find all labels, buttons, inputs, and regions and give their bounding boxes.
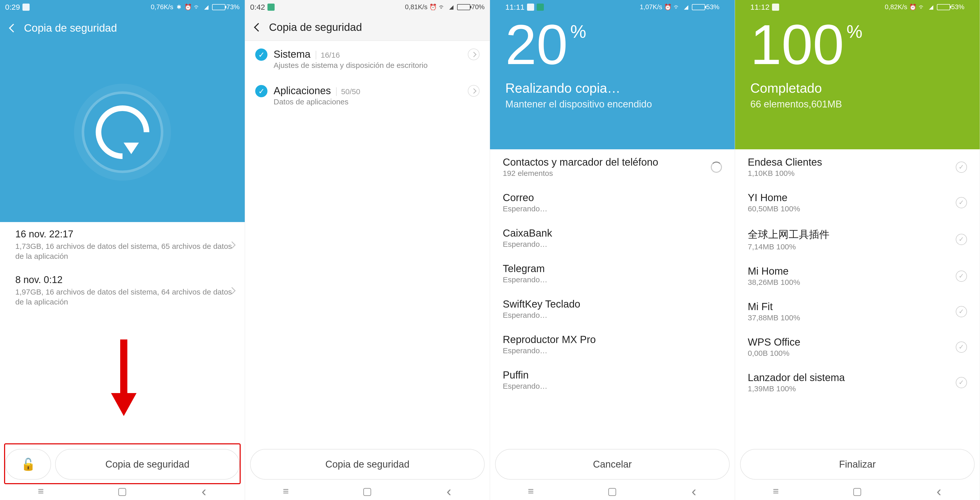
category-subtitle: Ajustes de sistema y disposición de escr… (274, 61, 462, 70)
list-item: Mi Home 38,26MB 100% (735, 258, 980, 294)
network-speed: 0,76K/s (151, 3, 173, 11)
category-row-system[interactable]: Sistema 16/16 Ajustes de sistema y dispo… (245, 41, 490, 77)
backup-date: 16 nov. 22:17 (15, 229, 234, 240)
recents-icon[interactable] (280, 486, 292, 496)
wifi-icon (918, 3, 926, 11)
home-icon[interactable] (606, 486, 619, 496)
backup-now-button[interactable]: Copia de seguridad (250, 449, 485, 479)
home-icon[interactable] (116, 486, 129, 496)
list-item: Lanzador del sistema 1,39MB 100% (735, 365, 980, 400)
wifi-icon (673, 3, 681, 11)
status-bar: 11:12 0,82K/s 53% (750, 0, 964, 14)
item-title: Reproductor MX Pro (503, 334, 722, 346)
backup-entry[interactable]: 8 nov. 0:12 1,97GB, 16 archivos de datos… (0, 268, 245, 314)
percent-sign: % (570, 23, 586, 41)
battery-indicator: 70% (457, 3, 485, 11)
refresh-circle-icon (82, 91, 163, 173)
backup-entry[interactable]: 16 nov. 22:17 1,73GB, 16 archivos de dat… (0, 222, 245, 268)
header-bar: Copia de seguridad (245, 14, 490, 41)
backup-summary: 1,97GB, 16 archivos de datos del sistema… (15, 287, 234, 307)
backup-now-button[interactable]: Copia de seguridad (55, 449, 240, 479)
chevron-right-icon[interactable] (468, 85, 479, 97)
back-icon[interactable] (253, 22, 263, 32)
percent-value: 20 (505, 17, 568, 73)
item-sub: Esperando… (503, 311, 722, 320)
list-item: 全球上网工具插件 7,14MB 100% (735, 220, 980, 258)
progress-percent: 20 % (505, 17, 719, 73)
hero-complete-panel: 11:12 0,82K/s 53% 100 % Completado 66 el… (735, 0, 980, 149)
category-subtitle: Datos de aplicaciones (274, 97, 462, 106)
home-icon[interactable] (361, 486, 374, 496)
bluetooth-icon (175, 3, 183, 11)
signal-icon (682, 3, 690, 11)
check-icon (956, 234, 967, 245)
category-list: Sistema 16/16 Ajustes de sistema y dispo… (245, 41, 490, 114)
alarm-icon (185, 3, 192, 11)
network-speed: 0,82K/s (885, 3, 907, 11)
recents-icon[interactable] (770, 486, 782, 496)
home-icon[interactable] (851, 486, 864, 496)
cancel-label: Cancelar (593, 459, 632, 470)
battery-indicator: 53% (937, 3, 964, 11)
status-time: 0:42 (250, 3, 265, 11)
alarm-icon (909, 3, 916, 11)
battery-indicator: 53% (692, 3, 719, 11)
recents-icon[interactable] (35, 486, 47, 496)
backup-now-label: Copia de seguridad (105, 459, 189, 470)
finish-button[interactable]: Finalizar (740, 449, 975, 479)
screen-3-backup-progress: 11:11 1,07K/s 53% 20 % Realizando copia…… (490, 0, 735, 500)
system-nav-bar (735, 482, 980, 500)
header-title: Copia de seguridad (269, 21, 362, 33)
item-sub: 38,26MB 100% (748, 278, 951, 287)
back-nav-icon[interactable] (197, 486, 210, 496)
category-title: Sistema (274, 48, 310, 60)
wifi-icon (194, 3, 201, 11)
percent-sign: % (846, 23, 862, 41)
back-nav-icon[interactable] (442, 486, 455, 496)
back-nav-icon[interactable] (932, 486, 945, 496)
header-title: Copia de seguridad (24, 22, 117, 34)
item-sub: 7,14MB 100% (748, 242, 951, 251)
network-speed: 0,81K/s (405, 3, 428, 11)
list-item: Endesa Clientes 1,10KB 100% (735, 149, 980, 185)
signal-icon (203, 3, 210, 11)
lock-button[interactable] (5, 449, 51, 479)
item-title: Endesa Clientes (748, 156, 951, 168)
circular-arrow-icon (84, 94, 160, 170)
item-sub: 60,50MB 100% (748, 204, 951, 213)
signal-icon (928, 3, 935, 11)
recents-icon[interactable] (525, 486, 537, 496)
hero-panel: 0:29 0,76K/s 73% Copia de seguridad (0, 0, 245, 222)
category-row-apps[interactable]: Aplicaciones 50/50 Datos de aplicaciones (245, 77, 490, 114)
back-icon[interactable] (8, 23, 18, 33)
item-sub: 1,10KB 100% (748, 169, 951, 178)
status-bar: 0:42 0,81K/s 70% (245, 0, 490, 14)
system-nav-bar (245, 482, 490, 500)
progress-percent: 100 % (750, 17, 964, 73)
list-item: Contactos y marcador del teléfono 192 el… (490, 149, 735, 185)
annotation-arrow (116, 339, 131, 419)
progress-item-list: Contactos y marcador del teléfono 192 el… (490, 149, 735, 500)
complete-title: Completado (750, 80, 964, 96)
screen-2-backup-categories: 0:42 0,81K/s 70% Copia de seguridad Sist… (245, 0, 490, 500)
item-sub: 0,00B 100% (748, 349, 951, 358)
backup-summary: 1,73GB, 16 archivos de datos del sistema… (15, 241, 234, 261)
back-nav-icon[interactable] (687, 486, 700, 496)
system-nav-bar (490, 482, 735, 500)
check-icon (956, 197, 967, 208)
list-item: Reproductor MX Pro Esperando… (490, 327, 735, 362)
item-sub: Esperando… (503, 346, 722, 355)
screen-4-backup-complete: 11:12 0,82K/s 53% 100 % Completado 66 el… (735, 0, 980, 500)
item-sub: Esperando… (503, 382, 722, 390)
chevron-right-icon[interactable] (468, 48, 479, 60)
item-sub: Esperando… (503, 204, 722, 213)
cancel-button[interactable]: Cancelar (495, 449, 730, 479)
check-icon (956, 306, 967, 317)
item-title: Puffin (503, 369, 722, 381)
unlock-icon (21, 457, 35, 471)
item-title: Contactos y marcador del teléfono (503, 156, 706, 168)
alarm-icon (430, 3, 437, 11)
item-sub: 1,39MB 100% (748, 384, 951, 393)
list-item: CaixaBank Esperando… (490, 220, 735, 256)
finish-label: Finalizar (839, 459, 876, 470)
